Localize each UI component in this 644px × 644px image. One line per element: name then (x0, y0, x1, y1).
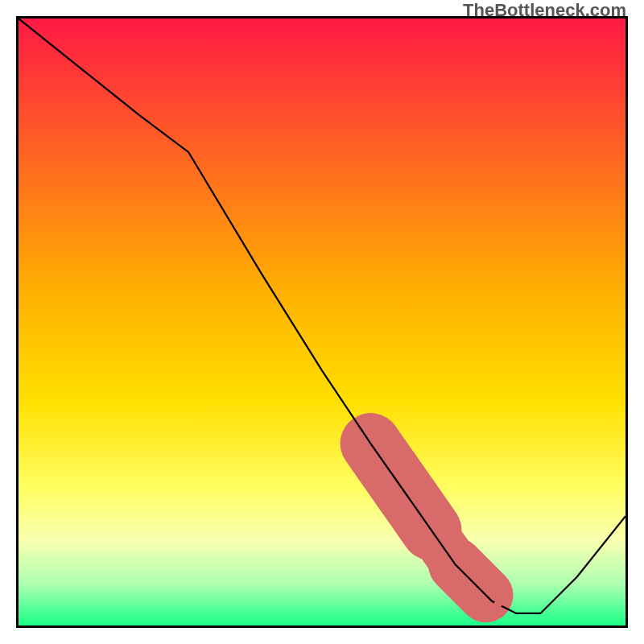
highlight-point (494, 601, 502, 609)
chart-container: TheBottleneck.com (0, 0, 644, 644)
chart-overlay (19, 19, 625, 625)
highlight-points (494, 601, 502, 609)
highlight-group (370, 444, 485, 596)
plot-area (16, 16, 628, 628)
bottleneck-curve-line (19, 19, 625, 613)
